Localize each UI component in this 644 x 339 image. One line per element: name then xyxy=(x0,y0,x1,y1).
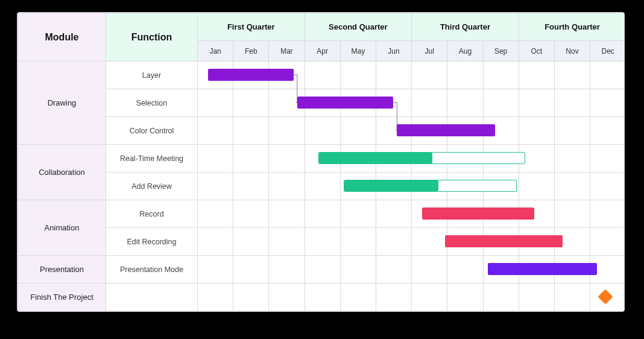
module-cell: Drawing xyxy=(18,62,106,145)
lane-cell xyxy=(233,228,269,256)
lane-cell xyxy=(519,89,554,117)
lane-cell xyxy=(233,284,269,311)
lane-cell xyxy=(340,284,376,311)
lane-cell xyxy=(554,89,590,117)
lane-cell xyxy=(412,284,447,311)
lane-cell xyxy=(447,284,483,311)
lane-cell xyxy=(198,145,233,173)
function-cell: Record xyxy=(106,200,198,228)
header-q2: Second Quarter xyxy=(305,13,412,41)
function-cell: Selection xyxy=(106,89,198,117)
header-month: Sep xyxy=(483,41,519,62)
lane-cell xyxy=(198,173,233,200)
lane-cell xyxy=(198,89,233,117)
module-cell: Presentation xyxy=(18,256,106,284)
gantt-bar[interactable] xyxy=(397,124,495,136)
lane-cell xyxy=(269,256,305,284)
gantt-bar[interactable] xyxy=(422,208,534,220)
lane-cell xyxy=(376,62,411,89)
header-month: Feb xyxy=(233,41,269,62)
header-month: Apr xyxy=(305,41,340,62)
gantt-bar[interactable] xyxy=(318,152,525,164)
lane-cell xyxy=(269,228,305,256)
lane-cell xyxy=(554,62,590,89)
lane-cell xyxy=(269,145,305,173)
lane-cell xyxy=(269,200,305,228)
lane-cell xyxy=(483,62,519,89)
lane-cell xyxy=(519,117,554,145)
lane-cell xyxy=(554,145,590,173)
lane-cell xyxy=(412,89,447,117)
lane-cell xyxy=(305,117,340,145)
table-row: Finish The Project xyxy=(18,284,625,311)
gantt-bar[interactable] xyxy=(344,180,517,192)
lane-cell xyxy=(340,200,376,228)
lane-cell xyxy=(305,284,340,311)
gantt-bar[interactable] xyxy=(297,97,394,109)
lane-cell xyxy=(376,200,411,228)
lane-cell xyxy=(554,200,590,228)
lane-cell xyxy=(554,284,590,311)
lane-cell xyxy=(483,89,519,117)
header-function: Function xyxy=(106,13,198,62)
table-row: Add Review xyxy=(18,173,625,200)
lane-cell xyxy=(198,228,233,256)
lane-cell xyxy=(590,89,625,117)
lane-cell xyxy=(447,62,483,89)
lane-cell xyxy=(376,228,411,256)
header-month: Nov xyxy=(554,41,590,62)
function-cell xyxy=(106,284,198,311)
module-cell: Finish The Project xyxy=(18,284,106,311)
lane-cell xyxy=(554,173,590,200)
lane-cell xyxy=(590,145,625,173)
lane-cell xyxy=(198,200,233,228)
header-q1: First Quarter xyxy=(198,13,305,41)
lane-cell xyxy=(305,256,340,284)
lane-cell xyxy=(305,173,340,200)
header-month: Jun xyxy=(376,41,411,62)
lane-cell xyxy=(233,145,269,173)
lane-cell xyxy=(233,117,269,145)
lane-cell xyxy=(233,256,269,284)
header-month: Dec xyxy=(590,41,625,62)
lane-cell xyxy=(590,200,625,228)
lane-cell xyxy=(340,117,376,145)
header-month: Jan xyxy=(198,41,233,62)
lane-cell xyxy=(376,284,411,311)
module-cell: Collaboration xyxy=(18,145,106,200)
function-cell: Edit Recording xyxy=(106,228,198,256)
header-month: May xyxy=(340,41,376,62)
lane-cell xyxy=(233,89,269,117)
lane-cell xyxy=(590,228,625,256)
gantt-bar[interactable] xyxy=(488,263,596,275)
lane-cell xyxy=(340,256,376,284)
lane-cell xyxy=(412,62,447,89)
lane-cell xyxy=(198,256,233,284)
lane-cell xyxy=(340,62,376,89)
lane-cell xyxy=(412,228,447,256)
gantt-chart: Module Function First Quarter Second Qua… xyxy=(17,12,625,312)
lane-cell xyxy=(305,62,340,89)
header-q3: Third Quarter xyxy=(412,13,519,41)
lane-cell xyxy=(269,173,305,200)
gantt-bar[interactable] xyxy=(445,235,563,247)
lane-cell xyxy=(198,117,233,145)
lane-cell xyxy=(233,200,269,228)
gantt-bar[interactable] xyxy=(208,69,294,81)
header-month: Mar xyxy=(269,41,305,62)
table-row: Color Control xyxy=(18,117,625,145)
function-cell: Layer xyxy=(106,62,198,89)
function-cell: Presentation Mode xyxy=(106,256,198,284)
lane-cell xyxy=(412,256,447,284)
lane-cell xyxy=(590,173,625,200)
lane-cell xyxy=(483,284,519,311)
lane-cell xyxy=(590,62,625,89)
module-cell: Animation xyxy=(18,200,106,256)
header-month: Jul xyxy=(412,41,447,62)
function-cell: Real-Time Meeting xyxy=(106,145,198,173)
lane-cell xyxy=(305,228,340,256)
header-month: Aug xyxy=(447,41,483,62)
lane-cell xyxy=(447,256,483,284)
lane-cell xyxy=(376,256,411,284)
function-cell: Add Review xyxy=(106,173,198,200)
